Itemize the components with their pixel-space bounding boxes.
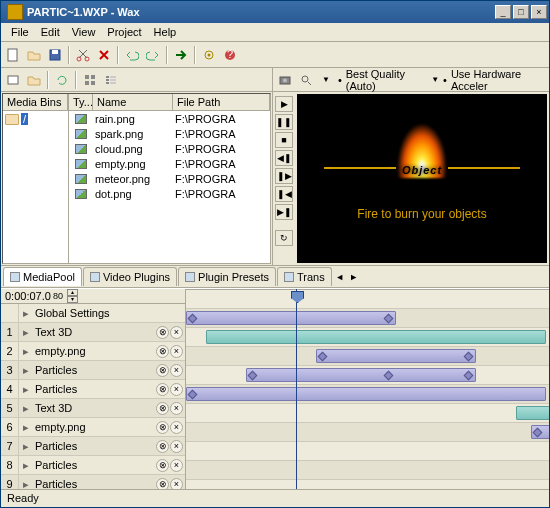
- loop-button[interactable]: ↻: [275, 230, 293, 246]
- tab-mediapool[interactable]: MediaPool: [3, 267, 82, 286]
- spin-up[interactable]: ▴: [67, 289, 78, 296]
- track-header[interactable]: 6▸empty.png⊗×: [1, 418, 185, 437]
- menu-project[interactable]: Project: [101, 24, 147, 40]
- track-mute[interactable]: ⊗: [156, 326, 169, 339]
- tab-transitions[interactable]: Trans: [277, 267, 332, 286]
- file-row[interactable]: meteor.pngF:\PROGRA: [69, 171, 270, 186]
- tab-video-plugins[interactable]: Video Plugins: [83, 267, 177, 286]
- track-mute[interactable]: ⊗: [156, 364, 169, 377]
- expand-icon[interactable]: ▸: [19, 478, 33, 490]
- stop-button[interactable]: ■: [275, 132, 293, 148]
- new-button[interactable]: [3, 45, 23, 65]
- expand-icon[interactable]: ▸: [19, 326, 33, 339]
- track-header[interactable]: ▸Global Settings: [1, 304, 185, 323]
- preview-toolbar: ▼ • Best Quality (Auto) ▼ • Use Hardware…: [273, 68, 549, 92]
- track-mute[interactable]: ⊗: [156, 459, 169, 472]
- quality-select[interactable]: Best Quality (Auto): [346, 68, 425, 92]
- dropdown-icon[interactable]: ▼: [322, 75, 330, 84]
- zoom-button[interactable]: [298, 70, 315, 90]
- dropdown-icon[interactable]: ▼: [431, 75, 439, 84]
- goto-end-button[interactable]: ▶❚: [275, 204, 293, 220]
- spin-down[interactable]: ▾: [67, 296, 78, 303]
- expand-icon[interactable]: ▸: [19, 383, 33, 396]
- cut-button[interactable]: [73, 45, 93, 65]
- help-button[interactable]: ?: [220, 45, 240, 65]
- undo-button[interactable]: [122, 45, 142, 65]
- track-close[interactable]: ×: [170, 478, 183, 490]
- col-path[interactable]: File Path: [173, 94, 270, 111]
- svg-rect-0: [8, 49, 17, 61]
- save-button[interactable]: [45, 45, 65, 65]
- next-frame-button[interactable]: ❚▶: [275, 168, 293, 184]
- refresh-button[interactable]: [52, 70, 72, 90]
- prev-frame-button[interactable]: ◀❚: [275, 150, 293, 166]
- goto-start-button[interactable]: ❚◀: [275, 186, 293, 202]
- file-row[interactable]: spark.pngF:\PROGRA: [69, 126, 270, 141]
- timeline-area[interactable]: 0:00:000:00:050:00:100:00:150:00:200:0 ◄…: [186, 289, 549, 489]
- file-row[interactable]: dot.pngF:\PROGRA: [69, 186, 270, 201]
- track-close[interactable]: ×: [170, 364, 183, 377]
- play-button[interactable]: ▶: [275, 96, 293, 112]
- track-mute[interactable]: ⊗: [156, 383, 169, 396]
- minimize-button[interactable]: _: [495, 5, 511, 19]
- maximize-button[interactable]: □: [513, 5, 529, 19]
- file-row[interactable]: cloud.pngF:\PROGRA: [69, 141, 270, 156]
- track-close[interactable]: ×: [170, 459, 183, 472]
- track-mute[interactable]: ⊗: [156, 421, 169, 434]
- track-header[interactable]: 5▸Text 3D⊗×: [1, 399, 185, 418]
- expand-icon[interactable]: ▸: [19, 459, 33, 472]
- expand-icon[interactable]: ▸: [19, 440, 33, 453]
- tab-plugin-presets[interactable]: Plugin Presets: [178, 267, 276, 286]
- redo-button[interactable]: [143, 45, 163, 65]
- render-button[interactable]: [171, 45, 191, 65]
- track-header[interactable]: 7▸Particles⊗×: [1, 437, 185, 456]
- track-header[interactable]: 4▸Particles⊗×: [1, 380, 185, 399]
- view-list-button[interactable]: [80, 70, 100, 90]
- caption-text: Fire to burn your objects: [357, 207, 486, 221]
- delete-button[interactable]: [94, 45, 114, 65]
- expand-icon[interactable]: ▸: [19, 307, 33, 320]
- pause-button[interactable]: ❚❚: [275, 114, 293, 130]
- track-header[interactable]: 8▸Particles⊗×: [1, 456, 185, 475]
- tabs-next[interactable]: ►: [347, 272, 361, 282]
- expand-icon[interactable]: ▸: [19, 402, 33, 415]
- expand-icon[interactable]: ▸: [19, 421, 33, 434]
- tabs-prev[interactable]: ◄: [333, 272, 347, 282]
- menu-view[interactable]: View: [66, 24, 102, 40]
- track-header[interactable]: 1▸Text 3D⊗×: [1, 323, 185, 342]
- col-type[interactable]: Ty...: [69, 94, 93, 111]
- track-close[interactable]: ×: [170, 345, 183, 358]
- playhead[interactable]: [296, 289, 297, 489]
- close-button[interactable]: ×: [531, 5, 547, 19]
- track-header[interactable]: 2▸empty.png⊗×: [1, 342, 185, 361]
- open-button[interactable]: [24, 45, 44, 65]
- track-mute[interactable]: ⊗: [156, 440, 169, 453]
- file-row[interactable]: rain.pngF:\PROGRA: [69, 111, 270, 126]
- track-close[interactable]: ×: [170, 421, 183, 434]
- add-media-button[interactable]: [3, 70, 23, 90]
- settings-button[interactable]: [199, 45, 219, 65]
- track-close[interactable]: ×: [170, 326, 183, 339]
- track-mute[interactable]: ⊗: [156, 478, 169, 490]
- track-mute[interactable]: ⊗: [156, 402, 169, 415]
- track-header[interactable]: 9▸Particles⊗×: [1, 475, 185, 489]
- track-header[interactable]: 3▸Particles⊗×: [1, 361, 185, 380]
- track-close[interactable]: ×: [170, 383, 183, 396]
- menu-file[interactable]: File: [5, 24, 35, 40]
- hw-accel-label[interactable]: Use Hardware Acceler: [451, 68, 545, 92]
- menu-help[interactable]: Help: [148, 24, 183, 40]
- menu-edit[interactable]: Edit: [35, 24, 66, 40]
- track-close[interactable]: ×: [170, 402, 183, 415]
- track-mute[interactable]: ⊗: [156, 345, 169, 358]
- col-name[interactable]: Name: [93, 94, 173, 111]
- file-row[interactable]: empty.pngF:\PROGRA: [69, 156, 270, 171]
- bin-root[interactable]: /: [5, 113, 66, 125]
- view-thumb-button[interactable]: [101, 70, 121, 90]
- add-folder-button[interactable]: [24, 70, 44, 90]
- track-close[interactable]: ×: [170, 440, 183, 453]
- expand-icon[interactable]: ▸: [19, 364, 33, 377]
- svg-rect-15: [106, 79, 109, 81]
- camera-button[interactable]: [277, 70, 294, 90]
- preview-video: Object Fire to burn your objects: [297, 94, 547, 263]
- expand-icon[interactable]: ▸: [19, 345, 33, 358]
